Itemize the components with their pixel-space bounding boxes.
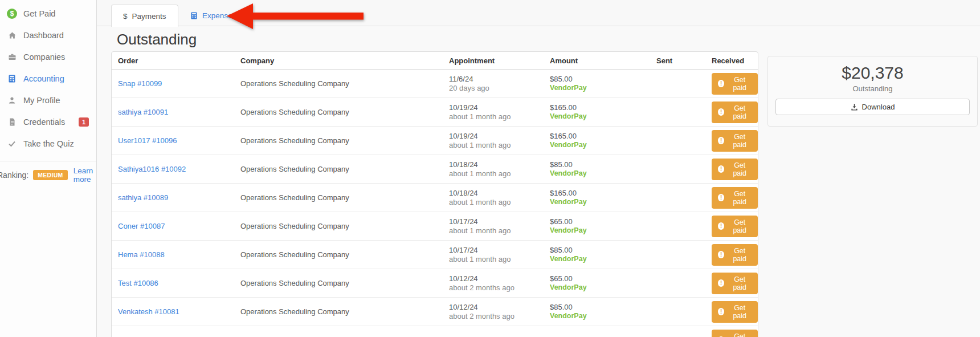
get-paid-button[interactable]: ! Get paid: [712, 130, 758, 152]
order-link[interactable]: Test #10086: [118, 279, 158, 287]
learn-more-link[interactable]: Learn more: [74, 167, 96, 184]
sidebar-item-my-profile[interactable]: My Profile: [0, 90, 96, 111]
order-link[interactable]: Snap #10099: [118, 79, 162, 88]
tab-payments[interactable]: $ Payments: [111, 5, 178, 27]
table-row: Hema #10088 Operations Scheduling Compan…: [112, 241, 758, 269]
tab-expenses[interactable]: Expenses: [179, 5, 247, 27]
outstanding-summary-card: $20,378 Outstanding Download: [767, 56, 978, 127]
table-row: Venkatesh #10081 Operations Scheduling C…: [112, 298, 758, 326]
get-paid-button-label: Get paid: [728, 304, 752, 320]
table-row: Coner #10087 Operations Scheduling Compa…: [112, 212, 758, 241]
get-paid-button-label: Get paid: [728, 218, 752, 234]
get-paid-button[interactable]: ! Get paid: [712, 330, 758, 337]
appointment-relative-time: about 2 months ago: [449, 312, 544, 321]
payment-method: VendorPay: [550, 169, 650, 178]
tab-expenses-label: Expenses: [202, 11, 236, 20]
sidebar-item-label: Credentials: [23, 117, 65, 127]
get-paid-button[interactable]: ! Get paid: [712, 301, 758, 323]
sidebar-item-companies[interactable]: Companies: [0, 46, 96, 68]
get-paid-button[interactable]: ! Get paid: [712, 244, 758, 266]
briefcase-icon: [6, 53, 18, 61]
order-link[interactable]: sathiya #10091: [118, 108, 168, 116]
tab-payments-label: Payments: [132, 12, 166, 21]
payment-method: VendorPay: [550, 283, 650, 293]
order-link[interactable]: Sathiya1016 #10092: [118, 165, 186, 173]
get-paid-button[interactable]: ! Get paid: [712, 73, 758, 95]
exclamation-circle-icon: !: [718, 194, 724, 201]
order-link[interactable]: Hema #10088: [118, 250, 165, 259]
get-paid-button[interactable]: ! Get paid: [712, 273, 758, 294]
sidebar-item-label: My Profile: [23, 96, 60, 105]
outstanding-total: $20,378: [768, 63, 977, 83]
table-row: Sathiya1016 #10092 Operations Scheduling…: [112, 155, 758, 184]
sidebar: $ Get Paid Dashboard Companies Accountin…: [0, 0, 97, 337]
appointment-relative-time: about 1 month ago: [449, 198, 544, 207]
sidebar-item-label: Accounting: [23, 74, 64, 83]
appointment-date: 10/17/24: [449, 217, 544, 226]
get-paid-button-label: Get paid: [728, 104, 752, 120]
sidebar-item-label: Dashboard: [23, 31, 64, 40]
get-paid-button[interactable]: ! Get paid: [712, 216, 758, 237]
table-row: sathiya #10089 Operations Scheduling Com…: [112, 184, 758, 212]
exclamation-circle-icon: !: [718, 308, 724, 315]
check-icon: [6, 140, 18, 148]
user-icon: [6, 96, 18, 104]
payment-method: VendorPay: [550, 141, 650, 150]
exclamation-circle-icon: !: [718, 80, 724, 87]
company-name: Operations Scheduling Company: [240, 193, 349, 202]
download-button[interactable]: Download: [775, 99, 970, 115]
tab-bar: $ Payments Expenses: [97, 0, 980, 26]
company-name: Operations Scheduling Company: [240, 307, 349, 316]
sidebar-item-dashboard[interactable]: Dashboard: [0, 25, 96, 46]
table-row: Snap #10099 Operations Scheduling Compan…: [112, 70, 758, 98]
dollar-icon: $: [123, 12, 128, 21]
company-name: Operations Scheduling Company: [240, 108, 349, 116]
amount-value: $85.00: [550, 160, 650, 169]
document-icon: [6, 118, 18, 126]
table-row: Test #10086 Operations Scheduling Compan…: [112, 269, 758, 298]
get-paid-button-label: Get paid: [728, 76, 752, 92]
sidebar-item-take-the-quiz[interactable]: Take the Quiz: [0, 133, 96, 155]
order-link[interactable]: Venkatesh #10081: [118, 307, 179, 316]
amount-value: $85.00: [550, 303, 650, 312]
sidebar-item-credentials[interactable]: Credentials 1: [0, 111, 96, 133]
column-header-order: Order: [112, 56, 234, 65]
company-name: Operations Scheduling Company: [240, 136, 349, 145]
payment-method: VendorPay: [550, 112, 650, 121]
sidebar-item-label: Companies: [23, 52, 65, 62]
calculator-icon: [190, 12, 198, 19]
get-paid-button-label: Get paid: [728, 190, 752, 206]
table-row: sathiya #10091 Operations Scheduling Com…: [112, 98, 758, 127]
appointment-date: 10/18/24: [449, 189, 544, 198]
exclamation-circle-icon: !: [718, 137, 724, 144]
credentials-badge: 1: [79, 117, 89, 127]
get-paid-button[interactable]: ! Get paid: [712, 159, 758, 180]
payment-method: VendorPay: [550, 226, 650, 236]
payment-method: VendorPay: [550, 255, 650, 264]
sidebar-item-accounting[interactable]: Accounting: [0, 68, 96, 90]
appointment-relative-time: about 1 month ago: [449, 141, 544, 150]
order-link[interactable]: Coner #10087: [118, 222, 165, 230]
appointment-date: 10/17/24: [449, 246, 544, 255]
amount-value: $165.00: [550, 132, 650, 141]
get-paid-button[interactable]: ! Get paid: [712, 187, 758, 209]
appointment-relative-time: about 1 month ago: [449, 169, 544, 178]
table-body: Snap #10099 Operations Scheduling Compan…: [112, 70, 758, 337]
appointment-relative-time: about 2 months ago: [449, 283, 544, 293]
company-name: Operations Scheduling Company: [240, 165, 349, 173]
order-link[interactable]: User1017 #10096: [118, 136, 177, 145]
get-paid-button[interactable]: ! Get paid: [712, 101, 758, 123]
company-name: Operations Scheduling Company: [240, 222, 349, 230]
order-link[interactable]: sathiya #10089: [118, 193, 168, 202]
get-paid-button-label: Get paid: [728, 332, 752, 337]
get-paid-button-label: Get paid: [728, 161, 752, 177]
appointment-relative-time: about 1 month ago: [449, 226, 544, 236]
appointment-date: 10/19/24: [449, 103, 544, 112]
sidebar-item-label: Get Paid: [23, 9, 55, 18]
table-row: 10/12/24 $15,000.00 ! Get paid: [112, 326, 758, 337]
sidebar-item-label: Take the Quiz: [23, 139, 74, 148]
sidebar-item-get-paid[interactable]: $ Get Paid: [0, 3, 96, 25]
amount-value: $85.00: [550, 246, 650, 255]
get-paid-button-label: Get paid: [728, 133, 752, 149]
appointment-date: 11/6/24: [449, 75, 544, 84]
